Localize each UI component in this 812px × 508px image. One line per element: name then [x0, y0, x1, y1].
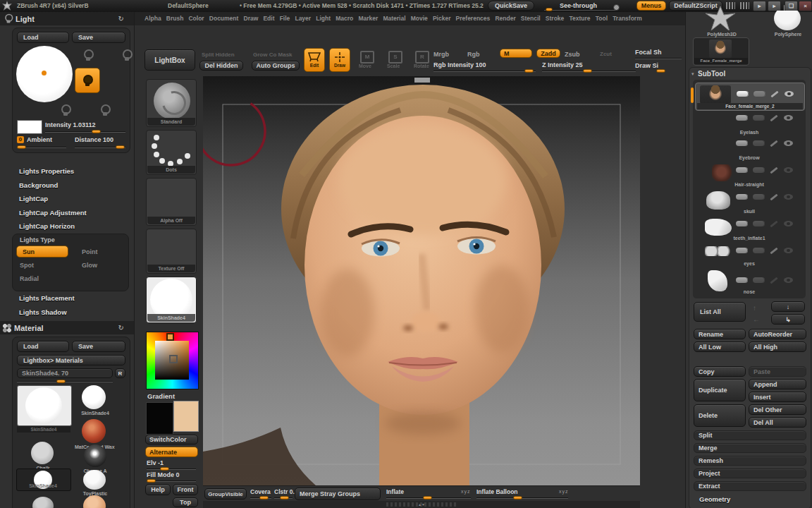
ambient-knob[interactable]	[17, 145, 26, 149]
menu-item[interactable]: Light	[316, 15, 331, 22]
all-high-button[interactable]: All High	[749, 341, 806, 352]
left-tray-toggle-icon[interactable]: ▸	[753, 1, 766, 11]
menu-item[interactable]: Stencil	[521, 15, 541, 22]
material-load-button[interactable]: Load	[17, 341, 69, 352]
visibility-eye-icon[interactable]	[784, 115, 793, 121]
menu-item[interactable]: Transform	[613, 15, 642, 22]
rgb-intensity-knob[interactable]	[524, 69, 534, 73]
tray-resize-handle[interactable]: ▲▼	[386, 502, 457, 507]
visibility-eye-icon[interactable]	[784, 140, 793, 146]
rgb-intensity-track[interactable]	[433, 71, 536, 72]
light-section-link[interactable]: Lights Shadow	[19, 308, 79, 316]
menu-item[interactable]: Layer	[295, 15, 311, 22]
divider-bars2-icon[interactable]	[740, 2, 749, 9]
material-save-button[interactable]: Save	[72, 341, 125, 352]
material-palette-header[interactable]: Material ↻	[0, 321, 134, 334]
visibility-eye-icon[interactable]	[784, 277, 793, 283]
list-all-button[interactable]: List All	[694, 302, 746, 322]
edit-button[interactable]: Edit	[304, 48, 325, 72]
alpha-selector[interactable]: Alpha Off	[146, 178, 197, 226]
brush-selector[interactable]: Standard	[146, 79, 197, 127]
fill-mode-knob[interactable]	[147, 479, 156, 483]
draw-button[interactable]: Draw	[329, 48, 350, 72]
material-r-button[interactable]: R	[115, 368, 125, 378]
stroke-selector[interactable]: Dots	[146, 130, 197, 175]
light-load-button[interactable]: Load	[17, 32, 69, 43]
menu-item[interactable]: Color	[188, 15, 204, 22]
visibility-eye-icon[interactable]	[784, 221, 793, 226]
light-slot-4-icon[interactable]	[61, 104, 70, 116]
hue-cursor[interactable]	[166, 333, 174, 341]
covera-knob[interactable]	[259, 496, 269, 500]
z-intensity-knob[interactable]	[583, 69, 592, 73]
rename-button[interactable]: Rename	[694, 329, 746, 339]
polypaint-toggle-icon[interactable]	[736, 277, 748, 283]
polypaint-toggle-icon[interactable]	[737, 91, 749, 97]
inflate-balloon-knob[interactable]	[513, 496, 522, 500]
del-all-button[interactable]: Del All	[749, 417, 806, 428]
geometry-section-link[interactable]: Geometry	[699, 495, 730, 503]
subtool-item[interactable]: Hair-straight	[695, 163, 804, 188]
uv-toggle-icon[interactable]	[753, 221, 765, 226]
insert-button[interactable]: Insert	[749, 392, 806, 402]
light-type-spot-button[interactable]: Spot	[20, 262, 34, 269]
subtool-item[interactable]: Eyelash	[695, 112, 804, 136]
menu-item[interactable]: Edit	[263, 15, 274, 22]
edit-pen-icon[interactable]	[770, 114, 779, 122]
tool-polysphere[interactable]: PolySphere	[768, 5, 807, 35]
see-through-knob[interactable]	[613, 4, 620, 11]
light-slot-5-icon[interactable]	[100, 104, 110, 116]
menu-item[interactable]: Stroke	[546, 15, 564, 22]
group-mask-button[interactable]: Grow Co Mask	[253, 52, 293, 58]
subtool-bent-arrow-button[interactable]: ↳	[771, 314, 805, 325]
quicksave-button[interactable]: QuickSave	[488, 1, 534, 11]
rotate-button[interactable]: R Rotate	[412, 51, 432, 71]
subtool-item[interactable]: eyes	[695, 243, 804, 267]
polypaint-toggle-icon[interactable]	[736, 115, 748, 121]
subtool-item[interactable]: skull	[695, 190, 804, 215]
inflate-balloon-track[interactable]	[476, 497, 568, 499]
edit-pen-icon[interactable]	[770, 90, 780, 98]
top-button[interactable]: Top	[173, 497, 198, 507]
see-through-slider[interactable]: See-through	[544, 1, 629, 11]
material-selector-slider[interactable]: SkinShade4. 70	[17, 368, 113, 378]
menu-item[interactable]: Macro	[336, 15, 353, 22]
uv-toggle-icon[interactable]	[753, 167, 765, 173]
m-toggle[interactable]: M	[500, 49, 532, 58]
subtool-item-selected[interactable]: Face_female_merge_2	[695, 83, 805, 111]
see-through-progress[interactable]	[546, 8, 553, 11]
split-hidden-button[interactable]: Split Hidden	[202, 52, 235, 58]
focal-shift-track[interactable]	[635, 58, 682, 59]
material-thumb-chrome[interactable]	[84, 445, 106, 467]
menu-item[interactable]: Picker	[433, 15, 451, 22]
polypaint-toggle-icon[interactable]	[736, 194, 748, 200]
subtool-collapse-icon[interactable]: ▾	[691, 71, 694, 77]
light-section-link[interactable]: LightCap Horizon	[19, 222, 87, 230]
append-button[interactable]: Append	[749, 379, 806, 389]
current-tool-slot[interactable]: Face_Female_merge	[693, 37, 749, 66]
uv-toggle-icon[interactable]	[753, 140, 765, 146]
light-section-link[interactable]: LightCap Adjustment	[19, 209, 87, 217]
subtool-down-button[interactable]: ↓	[771, 301, 805, 312]
merge-stray-groups-button[interactable]: Merge Stray Groups	[295, 488, 381, 500]
texture-selector[interactable]: Texture Off	[146, 229, 197, 274]
light-section-link[interactable]: Lights Properties	[19, 167, 87, 175]
material-selector-thumb[interactable]: SkinShade4	[146, 277, 197, 323]
visibility-eye-icon[interactable]	[785, 91, 794, 97]
intensity-knob[interactable]	[92, 130, 101, 133]
subtool-left-icon[interactable]: ←	[753, 315, 760, 323]
menu-item[interactable]: File	[280, 15, 290, 22]
see-through-track[interactable]	[544, 9, 616, 11]
light-color-swatch[interactable]	[17, 120, 42, 134]
autoreorder-button[interactable]: AutoReorder	[749, 329, 806, 339]
light-refresh-icon[interactable]: ↻	[118, 15, 124, 23]
secondary-color-swatch[interactable]	[173, 401, 199, 432]
sculpt-viewport[interactable]	[203, 76, 640, 485]
color-picker[interactable]	[146, 332, 199, 389]
main-color-swatch[interactable]	[146, 402, 173, 435]
uv-toggle-icon[interactable]	[753, 194, 765, 200]
switchcolor-button[interactable]: SwitchColor	[145, 435, 198, 445]
del-hidden-button[interactable]: Del Hidden	[199, 61, 243, 71]
light-type-point-button[interactable]: Point	[82, 248, 98, 255]
edit-pen-icon[interactable]	[770, 139, 779, 147]
